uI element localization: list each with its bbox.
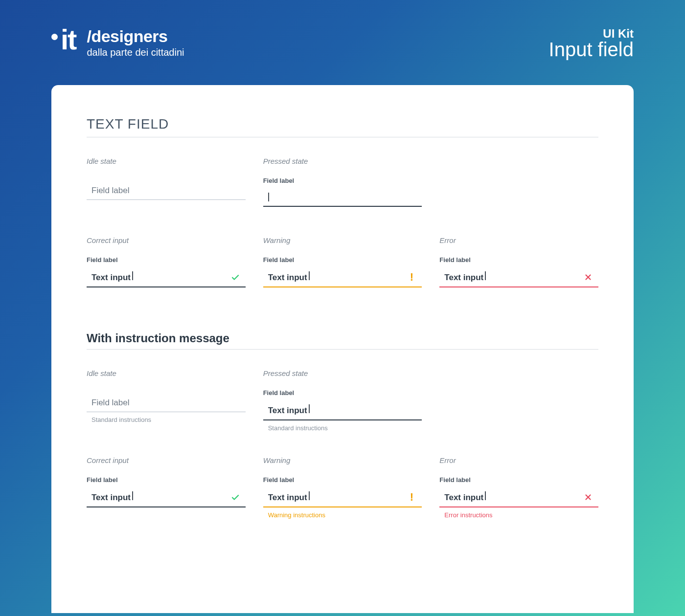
field-label: Field label	[263, 389, 422, 396]
text-field-error[interactable]: Field label Text input	[439, 256, 598, 287]
field-label: Field label	[91, 398, 130, 408]
brand-text: /designers dalla parte dei cittadini	[87, 27, 184, 58]
cursor-icon	[309, 404, 310, 413]
state-label: Pressed state	[263, 157, 422, 165]
input-area[interactable]: Text input	[87, 268, 246, 287]
input-area[interactable]: Text input	[439, 488, 598, 507]
input-area[interactable]: Text input !	[263, 488, 422, 507]
state-label: Error	[439, 236, 598, 244]
kit-label: UI Kit Input field	[549, 27, 634, 61]
state-label: Correct input	[87, 236, 246, 244]
state-label: Pressed state	[263, 369, 422, 377]
cell-warning: Warning Field label Text input !	[263, 236, 422, 287]
text-field-error[interactable]: Field label Text input	[439, 476, 598, 507]
input-area[interactable]: Text input	[439, 268, 598, 287]
kit-big: Input field	[549, 39, 634, 61]
cell-empty	[439, 157, 598, 207]
section-title-text-field: TEXT FIELD	[87, 116, 598, 137]
field-label: Field label	[91, 186, 130, 196]
check-icon	[231, 273, 240, 282]
text-field-warning[interactable]: Field label Text input !	[263, 476, 422, 507]
input-area[interactable]: Text input !	[263, 268, 422, 287]
check-icon	[231, 493, 240, 502]
row-instruction-1: Idle state Field label Standard instruct…	[87, 369, 598, 432]
text-field-pressed[interactable]: Field label	[263, 177, 422, 207]
field-label: Field label	[263, 177, 422, 184]
cell-idle: Idle state Field label	[87, 157, 246, 207]
instruction-text: Error instructions	[439, 511, 598, 519]
input-area[interactable]: Text input	[87, 488, 246, 507]
state-label: Correct input	[87, 456, 246, 464]
field-label: Field label	[263, 476, 422, 484]
state-label: Idle state	[87, 157, 246, 165]
cell-pressed: Pressed state Field label	[263, 157, 422, 207]
cursor-icon	[309, 491, 310, 500]
field-label: Field label	[439, 256, 598, 264]
state-label: Warning	[263, 236, 422, 244]
input-area[interactable]: Field label	[87, 389, 246, 412]
text-field-idle[interactable]: Field label	[87, 389, 246, 412]
cursor-icon	[485, 271, 486, 280]
instruction-text: Standard instructions	[263, 424, 422, 432]
cell-error-instr: Error Field label Text input Error instr…	[439, 456, 598, 519]
field-label: Field label	[87, 256, 246, 264]
close-icon	[584, 273, 593, 282]
text-field-warning[interactable]: Field label Text input !	[263, 256, 422, 287]
input-value: Text input	[444, 271, 486, 283]
page-header: it /designers dalla parte dei cittadini …	[0, 0, 685, 61]
row-basic-1: Idle state Field label Pressed state Fie…	[87, 157, 598, 207]
cursor-icon	[268, 193, 269, 201]
logo: it	[51, 27, 76, 52]
exclamation-icon: !	[407, 493, 416, 502]
text-field-idle[interactable]: Field label	[87, 177, 246, 200]
field-label: Field label	[87, 476, 246, 484]
field-label: Field label	[263, 256, 422, 264]
logo-text: it	[61, 27, 76, 52]
brand-subtitle: dalla parte dei cittadini	[87, 47, 184, 58]
cell-empty	[439, 369, 598, 432]
input-value: Text input	[91, 271, 133, 283]
input-value: Text input	[268, 271, 310, 283]
cursor-icon	[309, 271, 310, 280]
state-label: Warning	[263, 456, 422, 464]
instruction-text: Warning instructions	[263, 511, 422, 519]
dot-icon	[51, 34, 58, 40]
text-field-correct[interactable]: Field label Text input	[87, 256, 246, 287]
exclamation-icon: !	[407, 273, 416, 282]
input-value: Text input	[268, 404, 310, 416]
text-field-pressed[interactable]: Field label Text input	[263, 389, 422, 420]
spec-card: TEXT FIELD Idle state Field label Presse…	[51, 85, 634, 613]
close-icon	[584, 493, 593, 502]
text-field-correct[interactable]: Field label Text input	[87, 476, 246, 507]
state-label: Idle state	[87, 369, 246, 377]
cursor-icon	[132, 271, 133, 280]
state-label: Error	[439, 456, 598, 464]
cell-error: Error Field label Text input	[439, 236, 598, 287]
brand: it /designers dalla parte dei cittadini	[51, 27, 184, 58]
field-label: Field label	[439, 476, 598, 484]
cell-idle-instr: Idle state Field label Standard instruct…	[87, 369, 246, 432]
cell-pressed-instr: Pressed state Field label Text input Sta…	[263, 369, 422, 432]
cell-correct-instr: Correct input Field label Text input	[87, 456, 246, 519]
instruction-text: Standard instructions	[87, 416, 246, 423]
cell-correct: Correct input Field label Text input	[87, 236, 246, 287]
cursor-icon	[485, 491, 486, 500]
input-value: Text input	[268, 491, 310, 503]
cell-warning-instr: Warning Field label Text input ! Warning…	[263, 456, 422, 519]
input-area[interactable]	[263, 189, 422, 207]
row-instruction-2: Correct input Field label Text input War…	[87, 456, 598, 519]
input-value	[268, 193, 269, 201]
brand-title: /designers	[87, 27, 184, 46]
input-value: Text input	[91, 491, 133, 503]
cursor-icon	[132, 491, 133, 500]
input-area[interactable]: Field label	[87, 177, 246, 200]
section-title-with-instruction: With instruction message	[87, 331, 598, 350]
input-value: Text input	[444, 491, 486, 503]
row-basic-2: Correct input Field label Text input War…	[87, 236, 598, 287]
input-area[interactable]: Text input	[263, 401, 422, 420]
